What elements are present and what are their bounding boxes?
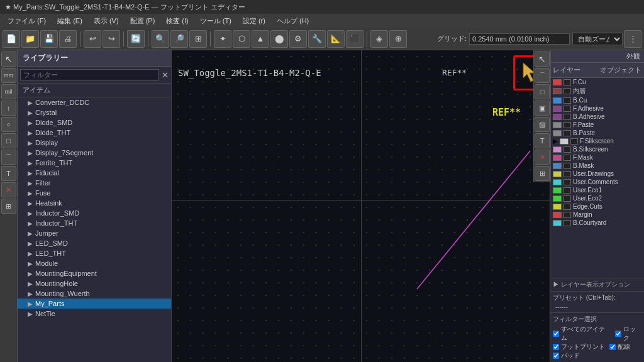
filter-wiring-cb[interactable]: [609, 344, 616, 350]
menu-tools[interactable]: ツール (T): [195, 15, 236, 27]
fill-btn[interactable]: ▣: [535, 101, 550, 116]
lib-item-led-tht[interactable]: ▶ LED_THT: [18, 248, 171, 258]
layer-eye-fsilkscreen[interactable]: [570, 138, 578, 145]
select-arrow-btn[interactable]: ↖: [535, 52, 550, 67]
layer-eye-fmask[interactable]: [564, 155, 571, 161]
layer-fadhesive[interactable]: F.Adhesive: [550, 104, 644, 112]
lib-item-jumper[interactable]: ▶ Jumper: [18, 228, 171, 238]
lib-item-display[interactable]: ▶ Display: [18, 138, 171, 148]
area-btn[interactable]: ▨: [535, 117, 550, 132]
layer-eye-edgecuts[interactable]: [564, 204, 571, 210]
layer-fmask[interactable]: F.Mask: [550, 153, 644, 162]
layer-fcu[interactable]: F.Cu: [550, 78, 644, 86]
mm-btn[interactable]: mm: [1, 68, 16, 83]
zoom-in-btn[interactable]: 🔍: [152, 30, 169, 48]
menu-view[interactable]: 表示 (V): [89, 15, 124, 27]
rect-btn[interactable]: □: [1, 133, 16, 148]
refresh-btn[interactable]: 🔄: [127, 30, 145, 48]
layer-fpaste[interactable]: F.Paste: [550, 121, 644, 129]
text-btn[interactable]: T: [1, 166, 16, 181]
lib-item-heatsink[interactable]: ▶ Heatsink: [18, 198, 171, 208]
layer-bcu[interactable]: B.Cu: [550, 96, 644, 104]
select-tool-btn[interactable]: ↖: [1, 52, 16, 67]
tool9-btn[interactable]: ◈: [370, 30, 388, 48]
filter-lock-cb[interactable]: [615, 331, 621, 337]
lib-item-inductor-tht[interactable]: ▶ Inductor_THT: [18, 218, 171, 228]
tool1-btn[interactable]: ✦: [214, 30, 231, 48]
layer-eye-usercomments[interactable]: [564, 179, 571, 185]
layer-usereco2[interactable]: User.Eco2: [550, 194, 644, 202]
layer-display-option-btn[interactable]: ▶ レイヤー表示オプション: [553, 280, 641, 289]
layer-eye-bsilkscreen[interactable]: [564, 146, 571, 153]
zoom-out-btn[interactable]: 🔎: [170, 30, 188, 48]
grid-input[interactable]: [469, 33, 570, 45]
tool4-btn[interactable]: ⬤: [270, 30, 288, 48]
layer-eye-badhesive[interactable]: [564, 114, 571, 120]
filter-all-items-cb[interactable]: [553, 331, 559, 337]
layer-bmask[interactable]: B.Mask: [550, 162, 644, 170]
tool10-btn[interactable]: ⊕: [389, 30, 407, 48]
layer-eye-usereco1[interactable]: [564, 187, 571, 194]
lib-item-inductor-smd[interactable]: ▶ Inductor_SMD: [18, 208, 171, 218]
tool8-btn[interactable]: ⬛: [346, 30, 364, 48]
lib-item-mounting-wuerth[interactable]: ▶ Mounting_Wuerth: [18, 288, 171, 299]
lib-item-nettie[interactable]: ▶ NetTie: [18, 309, 171, 319]
zoom-fit-btn[interactable]: ⊞: [189, 30, 207, 48]
route-btn[interactable]: ⌒: [535, 68, 550, 83]
dim-btn[interactable]: ✕: [535, 150, 550, 165]
layer-eye-bpaste[interactable]: [564, 130, 571, 136]
grid-overlay-btn[interactable]: ⊞: [1, 199, 16, 214]
layer-bcourtyard[interactable]: B.Courtyard: [550, 219, 644, 227]
layer-eye-bcu[interactable]: [564, 97, 571, 104]
filter-footprint-cb[interactable]: [553, 344, 559, 350]
menu-help[interactable]: ヘルプ (H): [272, 15, 314, 27]
print-btn[interactable]: 🖨: [59, 30, 77, 48]
redo-btn[interactable]: ↪: [103, 30, 120, 48]
layer-eye-bcourtyard[interactable]: [564, 220, 571, 226]
layer-eye-margin[interactable]: [564, 212, 571, 218]
canvas-area[interactable]: SW_Toggle_2MS1-T1-B4-M2-Q-E REF** REF**: [172, 50, 550, 362]
arc-btn[interactable]: ⌒: [1, 150, 16, 165]
lib-item-module[interactable]: ▶ Module: [18, 258, 171, 268]
text2-btn[interactable]: T: [535, 133, 550, 148]
layer-eye-usereco2[interactable]: [564, 195, 571, 202]
filter-pad-cb[interactable]: [553, 353, 559, 359]
lib-item-my-parts[interactable]: ▶ My_Parts: [18, 299, 171, 309]
layer-edgecuts[interactable]: Edge.Cuts: [550, 202, 644, 211]
filter-clear-btn[interactable]: ✕: [162, 70, 169, 80]
menu-place[interactable]: 配置 (P): [125, 15, 160, 27]
tool5-btn[interactable]: ⚙: [289, 30, 307, 48]
layer-usercomments[interactable]: User.Comments: [550, 178, 644, 186]
layer-eye-bmask[interactable]: [564, 163, 571, 169]
lib-item-filter[interactable]: ▶ Filter: [18, 178, 171, 188]
save-btn[interactable]: 💾: [40, 30, 58, 48]
zoom-select[interactable]: 自動ズーム: [572, 33, 623, 45]
lib-item-display7seg[interactable]: ▶ Display_7Segment: [18, 148, 171, 158]
layer-inner[interactable]: 内層: [550, 86, 644, 96]
layer-bpaste[interactable]: B.Paste: [550, 129, 644, 137]
layer-eye-fcu[interactable]: [564, 79, 571, 85]
layer-eye-fpaste[interactable]: [564, 122, 571, 128]
layer-eye-userdrawings[interactable]: [564, 171, 571, 177]
drc-btn[interactable]: ⊞: [535, 166, 550, 181]
menu-edit[interactable]: 編集 (E): [52, 15, 87, 27]
layer-userdrawings[interactable]: User.Drawings: [550, 170, 644, 178]
mil-btn[interactable]: mil: [1, 84, 16, 99]
cross-btn[interactable]: ✕: [1, 182, 16, 197]
lib-item-fuse[interactable]: ▶ Fuse: [18, 188, 171, 198]
menu-file[interactable]: ファイル (F): [3, 15, 51, 27]
tool7-btn[interactable]: 📐: [327, 30, 345, 48]
layer-usereco1[interactable]: User.Eco1: [550, 186, 644, 194]
layer-margin[interactable]: Margin: [550, 211, 644, 219]
lib-item-mounting-hole[interactable]: ▶ MountingHole: [18, 278, 171, 288]
layer-bsilkscreen[interactable]: B.Silkscreen: [550, 145, 644, 153]
lib-item-crystal[interactable]: ▶ Crystal: [18, 107, 171, 118]
circle-btn[interactable]: ○: [1, 117, 16, 132]
lib-item-led-smd[interactable]: ▶ LED_SMD: [18, 238, 171, 248]
lib-item-mounting-eq[interactable]: ▶ MountingEquipment: [18, 268, 171, 278]
extra-btn[interactable]: ⋮: [624, 30, 641, 48]
lib-item-diode-smd[interactable]: ▶ Diode_SMD: [18, 118, 171, 128]
lib-item-diode-tht[interactable]: ▶ Diode_THT: [18, 128, 171, 138]
layer-badhesive[interactable]: B.Adhesive: [550, 112, 644, 121]
undo-btn[interactable]: ↩: [84, 30, 101, 48]
